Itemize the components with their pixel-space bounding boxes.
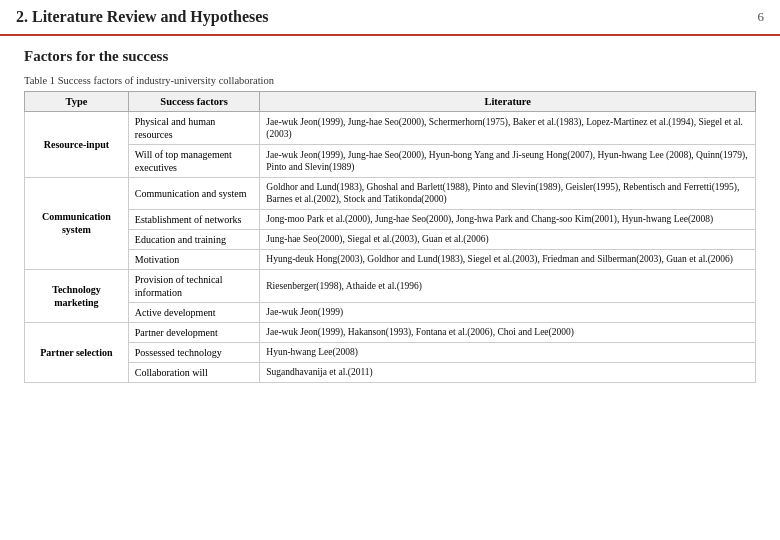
table-header-row: Type Success factors Literature — [25, 92, 756, 112]
literature-cell: Riesenberger(1998), Athaide et al.(1996) — [260, 269, 756, 302]
factor-cell: Establishment of networks — [128, 209, 259, 229]
table-row: Collaboration willSugandhavanija et al.(… — [25, 362, 756, 382]
factor-cell: Communication and system — [128, 178, 259, 210]
type-cell: Resource-input — [25, 112, 129, 178]
table-row: Establishment of networksJong-moo Park e… — [25, 209, 756, 229]
type-cell: Technology marketing — [25, 269, 129, 322]
literature-cell: Jae-wuk Jeon(1999), Hakanson(1993), Font… — [260, 322, 756, 342]
factor-cell: Provision of technical information — [128, 269, 259, 302]
table-row: Technology marketingProvision of technic… — [25, 269, 756, 302]
main-content: Factors for the success Table 1 Success … — [0, 36, 780, 395]
table-row: Education and trainingJung-hae Seo(2000)… — [25, 229, 756, 249]
factor-cell: Active development — [128, 302, 259, 322]
table-row: Active developmentJae-wuk Jeon(1999) — [25, 302, 756, 322]
literature-cell: Hyun-hwang Lee(2008) — [260, 342, 756, 362]
col-factors: Success factors — [128, 92, 259, 112]
table-row: Possessed technologyHyun-hwang Lee(2008) — [25, 342, 756, 362]
section-title: Factors for the success — [24, 48, 756, 65]
factor-cell: Collaboration will — [128, 362, 259, 382]
literature-cell: Jung-hae Seo(2000), Siegal et al.(2003),… — [260, 229, 756, 249]
literature-cell: Goldhor and Lund(1983), Ghoshal and Barl… — [260, 178, 756, 210]
factor-cell: Motivation — [128, 249, 259, 269]
table-row: Partner selectionPartner developmentJae-… — [25, 322, 756, 342]
factor-cell: Possessed technology — [128, 342, 259, 362]
factor-cell: Partner development — [128, 322, 259, 342]
col-literature: Literature — [260, 92, 756, 112]
factor-cell: Will of top management executives — [128, 145, 259, 178]
page-header: 2. Literature Review and Hypotheses 6 — [0, 0, 780, 36]
literature-cell: Jae-wuk Jeon(1999), Jung-hae Seo(2000), … — [260, 112, 756, 145]
factor-cell: Physical and human resources — [128, 112, 259, 145]
type-cell: Communication system — [25, 178, 129, 270]
col-type: Type — [25, 92, 129, 112]
table-row: Communication systemCommunication and sy… — [25, 178, 756, 210]
table-row: Will of top management executivesJae-wuk… — [25, 145, 756, 178]
factor-cell: Education and training — [128, 229, 259, 249]
type-cell: Partner selection — [25, 322, 129, 382]
literature-cell: Sugandhavanija et al.(2011) — [260, 362, 756, 382]
success-factors-table: Type Success factors Literature Resource… — [24, 91, 756, 383]
table-row: Resource-inputPhysical and human resourc… — [25, 112, 756, 145]
literature-cell: Jong-moo Park et al.(2000), Jung-hae Seo… — [260, 209, 756, 229]
literature-cell: Hyung-deuk Hong(2003), Goldhor and Lund(… — [260, 249, 756, 269]
slide-title: 2. Literature Review and Hypotheses — [16, 8, 269, 26]
literature-cell: Jae-wuk Jeon(1999), Jung-hae Seo(2000), … — [260, 145, 756, 178]
page-number: 6 — [758, 9, 765, 25]
table-row: MotivationHyung-deuk Hong(2003), Goldhor… — [25, 249, 756, 269]
literature-cell: Jae-wuk Jeon(1999) — [260, 302, 756, 322]
table-caption: Table 1 Success factors of industry-univ… — [24, 75, 756, 86]
